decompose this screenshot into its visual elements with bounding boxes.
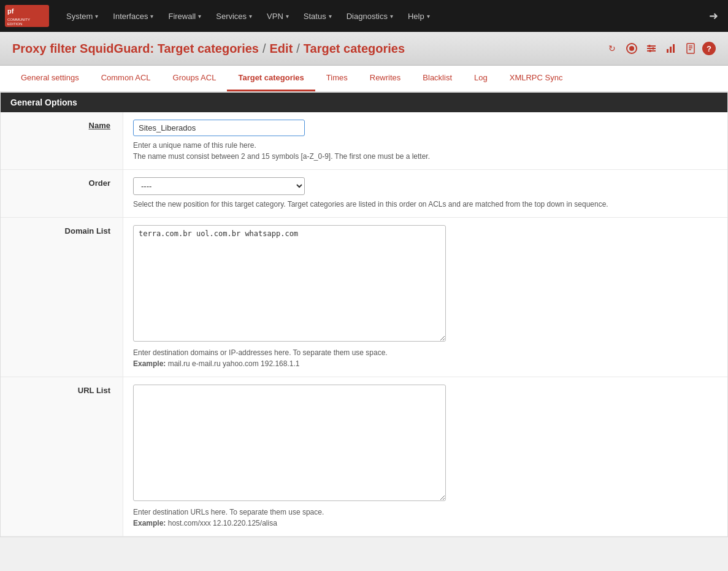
url-list-label-cell: URL List bbox=[1, 377, 123, 536]
order-select[interactable]: ---- bbox=[133, 177, 305, 195]
breadcrumb-sep1: / bbox=[262, 42, 266, 56]
domain-list-hint-span: Enter destination domains or IP-addresse… bbox=[133, 348, 388, 357]
nav-status-label: Status bbox=[304, 12, 326, 21]
nav-diagnostics[interactable]: Diagnostics ▾ bbox=[339, 8, 400, 25]
nav-help-link[interactable]: Help ▾ bbox=[400, 8, 437, 25]
svg-point-9 bbox=[648, 45, 651, 47]
nav-firewall-caret: ▾ bbox=[198, 13, 201, 20]
url-list-example-row: Example: host.com/xxx 12.10.220.125/alis… bbox=[133, 518, 718, 529]
svg-point-10 bbox=[652, 47, 654, 50]
nav-vpn-link[interactable]: VPN ▾ bbox=[259, 8, 296, 25]
domain-list-example-value: mail.ru e-mail.ru yahoo.com 192.168.1.1 bbox=[168, 359, 300, 368]
tab-log[interactable]: Log bbox=[463, 66, 499, 91]
name-hint1: Enter a unique name of this rule here. bbox=[133, 140, 718, 151]
nav-services-link[interactable]: Services ▾ bbox=[209, 8, 259, 25]
breadcrumb-part2-link[interactable]: Edit bbox=[270, 42, 293, 56]
header-icons: ↻ bbox=[604, 40, 716, 56]
doc-icon[interactable] bbox=[683, 40, 699, 56]
nav-diagnostics-caret: ▾ bbox=[390, 13, 393, 20]
nav-firewall-label: Firewall bbox=[168, 12, 196, 21]
nav-services[interactable]: Services ▾ bbox=[209, 8, 259, 25]
nav-firewall[interactable]: Firewall ▾ bbox=[161, 8, 209, 25]
url-list-textarea[interactable] bbox=[133, 385, 446, 501]
navbar: pf COMMUNITY EDITION System ▾ Interfaces… bbox=[0, 0, 728, 32]
form-row-order: Order ---- Select the new position for t… bbox=[1, 170, 727, 218]
tab-common-acl[interactable]: Common ACL bbox=[90, 66, 162, 91]
svg-rect-13 bbox=[670, 47, 672, 53]
nav-interfaces[interactable]: Interfaces ▾ bbox=[105, 8, 161, 25]
help-icon[interactable]: ? bbox=[702, 42, 716, 55]
nav-vpn[interactable]: VPN ▾ bbox=[259, 8, 296, 25]
url-list-hint-span: Enter destination URLs here. To separate… bbox=[133, 508, 324, 516]
tab-rewrites[interactable]: Rewrites bbox=[359, 66, 412, 91]
tab-xmlrpc-sync[interactable]: XMLRPC Sync bbox=[499, 66, 574, 91]
name-input[interactable] bbox=[133, 120, 305, 136]
url-list-field-cell: Enter destination URLs here. To separate… bbox=[123, 377, 727, 536]
chart-icon[interactable] bbox=[663, 40, 679, 56]
section-title: General Options bbox=[10, 98, 77, 107]
nav-system[interactable]: System ▾ bbox=[59, 8, 105, 25]
section-header: General Options bbox=[1, 93, 727, 112]
svg-point-5 bbox=[629, 46, 634, 51]
form-row-domain-list: Domain List terra.com.br uol.com.br what… bbox=[1, 218, 727, 377]
domain-list-example-label: Example: bbox=[133, 359, 166, 368]
name-hint2: The name must consist between 2 and 15 s… bbox=[133, 151, 718, 162]
order-field-cell: ---- Select the new position for this ta… bbox=[123, 170, 727, 217]
nav-interfaces-link[interactable]: Interfaces ▾ bbox=[105, 8, 161, 25]
name-hint: Enter a unique name of this rule here. T… bbox=[133, 140, 718, 162]
domain-list-field-cell: terra.com.br uol.com.br whatsapp.com Ent… bbox=[123, 218, 727, 377]
breadcrumb-current: Target categories bbox=[304, 42, 405, 56]
tab-general-settings[interactable]: General settings bbox=[10, 66, 90, 91]
nav-system-label: System bbox=[66, 12, 93, 21]
order-hint-text: Select the new position for this target … bbox=[133, 200, 608, 209]
pfsense-logo-svg: pf COMMUNITY EDITION bbox=[5, 5, 49, 27]
svg-text:COMMUNITY: COMMUNITY bbox=[7, 18, 30, 21]
domain-list-hint-text: Enter destination domains or IP-addresse… bbox=[133, 347, 718, 358]
header-bar: Proxy filter SquidGuard: Target categori… bbox=[0, 32, 728, 66]
url-list-example-label: Example: bbox=[133, 519, 166, 527]
nav-status-caret: ▾ bbox=[329, 13, 332, 20]
form-row-url-list: URL List Enter destination URLs here. To… bbox=[1, 377, 727, 537]
nav-system-link[interactable]: System ▾ bbox=[59, 8, 105, 25]
tab-target-categories[interactable]: Target categories bbox=[227, 66, 315, 91]
svg-point-11 bbox=[649, 50, 651, 52]
status-icon[interactable] bbox=[624, 40, 640, 56]
domain-list-label: Domain List bbox=[65, 226, 110, 236]
nav-diagnostics-label: Diagnostics bbox=[347, 12, 388, 21]
breadcrumb-part1: Proxy filter SquidGuard: Target categori… bbox=[12, 42, 259, 55]
nav-status-link[interactable]: Status ▾ bbox=[296, 8, 339, 25]
svg-text:EDITION: EDITION bbox=[7, 22, 22, 26]
domain-list-hint: Enter destination domains or IP-addresse… bbox=[133, 347, 718, 369]
svg-rect-12 bbox=[667, 49, 669, 53]
nav-interfaces-caret: ▾ bbox=[150, 13, 153, 20]
sliders-icon[interactable] bbox=[643, 40, 659, 56]
nav-firewall-link[interactable]: Firewall ▾ bbox=[161, 8, 209, 25]
name-label-cell: Name bbox=[1, 112, 123, 169]
refresh-icon[interactable]: ↻ bbox=[604, 40, 620, 56]
tab-bar: General settings Common ACL Groups ACL T… bbox=[0, 66, 728, 92]
order-label-cell: Order bbox=[1, 170, 123, 217]
nav-system-caret: ▾ bbox=[95, 13, 98, 20]
main-content: General Options Name Enter a unique name… bbox=[0, 92, 728, 537]
form-row-name: Name Enter a unique name of this rule he… bbox=[1, 112, 727, 170]
name-field-cell: Enter a unique name of this rule here. T… bbox=[123, 112, 727, 169]
nav-diagnostics-link[interactable]: Diagnostics ▾ bbox=[339, 8, 400, 25]
tab-times[interactable]: Times bbox=[315, 66, 359, 91]
nav-help[interactable]: Help ▾ bbox=[400, 8, 437, 25]
breadcrumb-part1-link[interactable]: Proxy filter SquidGuard: Target categori… bbox=[12, 42, 259, 56]
tab-blacklist[interactable]: Blacklist bbox=[412, 66, 463, 91]
svg-text:pf: pf bbox=[7, 7, 14, 15]
domain-list-textarea[interactable]: terra.com.br uol.com.br whatsapp.com bbox=[133, 225, 446, 342]
nav-help-caret: ▾ bbox=[427, 13, 430, 20]
nav-services-caret: ▾ bbox=[249, 13, 252, 20]
order-label: Order bbox=[89, 178, 110, 188]
url-list-hint: Enter destination URLs here. To separate… bbox=[133, 507, 718, 529]
nav-logout-icon[interactable]: ➜ bbox=[704, 6, 723, 26]
url-list-label: URL List bbox=[78, 386, 110, 395]
tab-groups-acl[interactable]: Groups ACL bbox=[162, 66, 228, 91]
domain-list-label-cell: Domain List bbox=[1, 218, 123, 377]
nav-help-label: Help bbox=[408, 12, 424, 21]
url-list-hint-text: Enter destination URLs here. To separate… bbox=[133, 507, 718, 518]
order-hint: Select the new position for this target … bbox=[133, 199, 718, 210]
nav-status[interactable]: Status ▾ bbox=[296, 8, 339, 25]
